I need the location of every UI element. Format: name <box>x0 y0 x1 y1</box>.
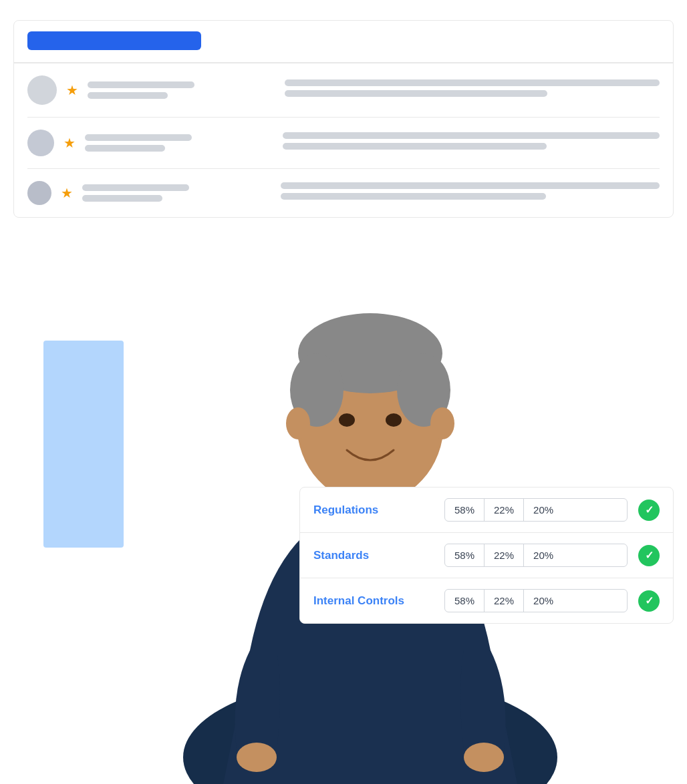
data-values-standards: 58% 22% 20% <box>444 544 628 567</box>
svg-point-8 <box>286 407 310 439</box>
person-container <box>53 134 687 784</box>
svg-point-9 <box>430 407 454 439</box>
data-values-regulations: 58% 22% 20% <box>444 498 628 522</box>
avatar <box>27 75 57 105</box>
data-val-2: 22% <box>485 499 524 521</box>
data-row-standards: Standards 58% 22% 20% <box>300 533 673 578</box>
data-val-1: 58% <box>445 499 485 521</box>
svg-point-11 <box>464 743 504 772</box>
person-silhouette <box>143 183 597 784</box>
data-val-3: 20% <box>524 544 563 566</box>
data-val-3: 20% <box>524 499 563 521</box>
data-val-2: 22% <box>485 590 524 612</box>
right-line-short <box>285 90 547 97</box>
scene: ★ ★ ★ <box>0 0 687 784</box>
row-label-regulations: Regulations <box>313 504 434 517</box>
data-row-regulations: Regulations 58% 22% 20% <box>300 487 673 533</box>
svg-point-7 <box>386 413 402 427</box>
row-right <box>285 79 660 101</box>
check-icon <box>638 500 660 521</box>
name-line <box>88 81 194 88</box>
data-row-internal-controls: Internal Controls 58% 22% 20% <box>300 578 673 623</box>
data-val-1: 58% <box>445 590 485 612</box>
data-val-3: 20% <box>524 590 563 612</box>
avatar <box>27 130 54 156</box>
svg-point-6 <box>339 413 355 427</box>
list-item: ★ <box>27 63 660 118</box>
data-values-internal-controls: 58% 22% 20% <box>444 589 628 612</box>
data-val-2: 22% <box>485 544 524 566</box>
check-icon <box>638 545 660 566</box>
right-line-long <box>285 79 660 86</box>
row-content <box>88 81 275 99</box>
sub-line <box>88 92 168 99</box>
star-icon: ★ <box>66 82 78 98</box>
top-bar <box>27 31 660 50</box>
check-icon <box>638 590 660 612</box>
data-val-1: 58% <box>445 544 485 566</box>
row-label-internal-controls: Internal Controls <box>313 594 434 608</box>
avatar <box>27 181 51 205</box>
svg-point-10 <box>237 743 277 772</box>
data-panel: Regulations 58% 22% 20% Standards 58% 22… <box>299 487 674 624</box>
row-label-standards: Standards <box>313 549 434 562</box>
blue-progress-bar <box>27 31 201 50</box>
